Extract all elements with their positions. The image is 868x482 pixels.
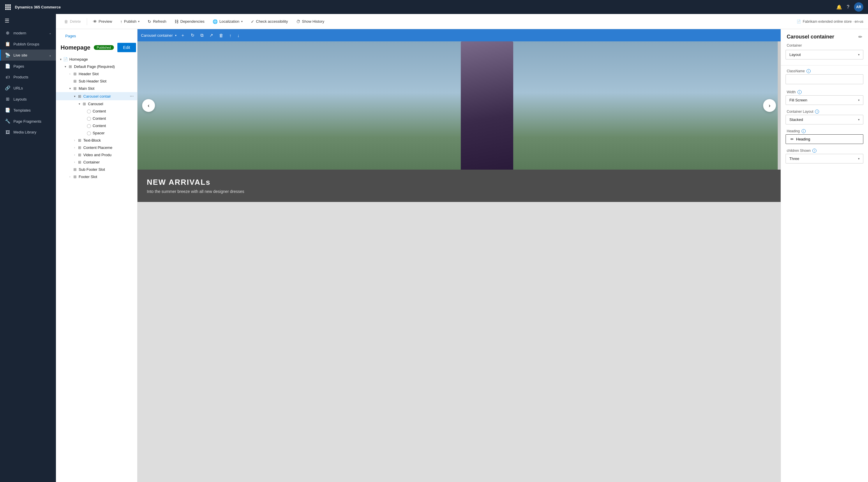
tree-item-carousel-container[interactable]: ▾ ⊞ Carousel contair ···	[56, 92, 137, 100]
tree-item-sub-footer-slot[interactable]: › ⊞ Sub Footer Slot	[56, 166, 137, 173]
sidebar-item-page-fragments[interactable]: 🔧 Page Fragments	[0, 116, 56, 127]
tree-node-icon: ⊞	[77, 160, 82, 164]
children-shown-dropdown[interactable]: Three ▾	[785, 154, 863, 163]
sidebar-item-modern[interactable]: ⊕ modern ⌄	[0, 27, 56, 38]
classname-input[interactable]	[785, 74, 863, 84]
tree-item-label: Sub Header Slot	[79, 79, 135, 83]
tree-chevron-icon: ▾	[77, 102, 82, 106]
waffle-menu-button[interactable]	[5, 4, 11, 10]
sidebar-item-publish-groups[interactable]: 📋 Publish Groups	[0, 38, 56, 50]
tree-node-icon: ⊞	[72, 72, 78, 76]
tree-item-label: Carousel contair	[83, 94, 129, 98]
tree-item-default-page[interactable]: ▾ ⊞ Default Page (Required)	[56, 63, 137, 70]
sidebar-item-media-library[interactable]: 🖼 Media Library	[0, 127, 56, 138]
pages-icon: 📄	[5, 63, 10, 69]
sidebar-item-products[interactable]: 🏷 Products	[0, 72, 56, 83]
sidebar-item-pages[interactable]: 📄 Pages	[0, 61, 56, 72]
tree-node-icon: ◯	[86, 124, 91, 128]
tree-node-icon: ◯	[86, 116, 91, 121]
export-module-button[interactable]: ↗	[208, 31, 215, 39]
container-layout-dropdown[interactable]: Stacked ▾	[785, 115, 863, 124]
tree-item-text-block[interactable]: › ⊞ Text-Block	[56, 137, 137, 144]
nav-icons: 🔔 ? AR	[836, 2, 863, 12]
localization-button[interactable]: 🌐 Localization ▾	[209, 18, 246, 26]
toolbar: 🗑 Delete 👁 Preview ↑ Publish ▾ ↻ Refresh…	[56, 14, 868, 29]
page-title: Homepage	[61, 44, 90, 51]
heading-button[interactable]: ✏ Heading	[785, 134, 863, 144]
tree-node-icon: ⊞	[72, 167, 78, 172]
accessibility-button[interactable]: ✓ Check accessibility	[247, 18, 291, 26]
edit-button[interactable]: Edit	[117, 43, 136, 52]
tree-node-icon: ⊞	[77, 138, 82, 143]
tree-item-homepage[interactable]: ▾ 📄 Homepage	[56, 56, 137, 63]
copy-module-button[interactable]: ⧉	[199, 31, 205, 39]
tree-item-content-1[interactable]: › ◯ Content	[56, 108, 137, 115]
children-shown-field-label: children Shown i	[781, 147, 868, 154]
add-module-button[interactable]: ＋	[179, 31, 187, 39]
tree-node-icon: ⊞	[77, 94, 82, 98]
carousel-next-button[interactable]: ›	[763, 99, 776, 112]
tree-node-icon: ⊞	[72, 86, 78, 91]
tree-node-icon: ◯	[86, 131, 91, 135]
sidebar-item-urls[interactable]: 🔗 URLs	[0, 83, 56, 94]
history-label: Show History	[302, 19, 324, 24]
module-chevron-icon: ▾	[175, 34, 177, 37]
tree-item-label: Header Slot	[79, 72, 135, 76]
tree-item-header-slot[interactable]: › ⊞ Header Slot	[56, 70, 137, 78]
width-dropdown-label: Fill Screen	[789, 98, 807, 102]
publish-groups-icon: 📋	[5, 41, 10, 47]
delete-icon: 🗑	[64, 19, 68, 24]
preview-area: Carousel container ▾ ＋ ↻ ⧉ ↗ 🗑 ↑ ↓	[137, 29, 781, 482]
refresh-button[interactable]: ↻ Refresh	[144, 18, 170, 26]
sidebar-label-live-site: Live site	[13, 53, 46, 57]
width-info-icon[interactable]: i	[798, 90, 802, 94]
heading-info-icon[interactable]: i	[802, 129, 806, 133]
container-layout-info-icon[interactable]: i	[815, 110, 819, 114]
tree-item-content-2[interactable]: › ◯ Content	[56, 115, 137, 122]
help-button[interactable]: ?	[847, 4, 849, 10]
layout-dropdown[interactable]: Layout ▾	[785, 50, 863, 59]
children-shown-info-icon[interactable]: i	[812, 149, 816, 153]
tree-item-carousel[interactable]: ▾ ⊞ Carousel	[56, 100, 137, 108]
sidebar-toggle[interactable]: ☰	[0, 14, 56, 27]
tree-item-video-prod[interactable]: › ⊞ Video and Produ	[56, 151, 137, 158]
publish-button[interactable]: ↑ Publish ▾	[117, 18, 143, 26]
tree-chevron-icon: ▾	[63, 65, 68, 68]
tree-item-container[interactable]: › ⊞ Container	[56, 158, 137, 166]
carousel-prev-button[interactable]: ‹	[142, 99, 155, 112]
tree-item-label: Spacer	[93, 131, 135, 135]
tree-item-spacer[interactable]: › ◯ Spacer	[56, 129, 137, 137]
tree-item-main-slot[interactable]: ▾ ⊞ Main Slot	[56, 85, 137, 92]
tree-item-sub-header-slot[interactable]: › ⊞ Sub Header Slot	[56, 78, 137, 85]
avatar[interactable]: AR	[854, 2, 863, 12]
delete-button[interactable]: 🗑 Delete	[61, 18, 85, 26]
notifications-button[interactable]: 🔔	[836, 4, 842, 10]
dependencies-button[interactable]: ⛓ Dependencies	[171, 18, 208, 26]
history-icon: ⏱	[296, 19, 300, 24]
props-edit-icon[interactable]: ✏	[858, 34, 862, 40]
tree-chevron-icon: ▾	[58, 58, 63, 61]
tree-item-footer-slot[interactable]: › ⊞ Footer Slot	[56, 173, 137, 180]
tree-item-content-3[interactable]: › ◯ Content	[56, 122, 137, 129]
sidebar-item-layouts[interactable]: ⊞ Layouts	[0, 94, 56, 104]
sidebar-item-templates[interactable]: 📑 Templates	[0, 104, 56, 116]
more-options-icon[interactable]: ···	[129, 94, 135, 99]
preview-label: Preview	[99, 19, 112, 24]
move-up-button[interactable]: ↑	[227, 32, 233, 39]
history-button[interactable]: ⏱ Show History	[293, 18, 328, 26]
scroll-indicator	[778, 41, 781, 170]
delete-module-button[interactable]: 🗑	[217, 32, 225, 39]
breadcrumb[interactable]: Pages	[61, 31, 81, 40]
width-label: Width	[787, 90, 796, 94]
tree-node-icon: ⊞	[77, 153, 82, 157]
width-dropdown[interactable]: Fill Screen ▾	[785, 95, 863, 105]
sidebar-item-live-site[interactable]: 📡 Live site ⌄	[0, 50, 56, 61]
properties-panel: Carousel container ✏ Container Layout ▾ …	[781, 29, 868, 482]
refresh-module-button[interactable]: ↻	[189, 31, 196, 39]
accessibility-icon: ✓	[251, 19, 254, 24]
tree-item-content-placement[interactable]: › ⊞ Content Placeme	[56, 144, 137, 151]
urls-icon: 🔗	[5, 85, 10, 91]
preview-button[interactable]: 👁 Preview	[89, 18, 116, 26]
move-down-button[interactable]: ↓	[236, 32, 242, 39]
classname-info-icon[interactable]: i	[807, 69, 811, 73]
